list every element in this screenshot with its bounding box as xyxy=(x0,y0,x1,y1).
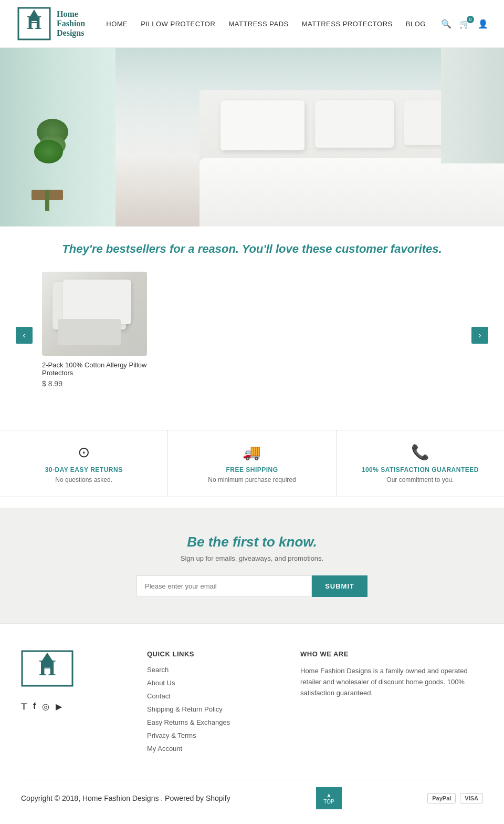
footer-logo-col: H 𝕋 f ◎ ▶ xyxy=(21,650,116,758)
hero-window-right xyxy=(441,48,504,163)
footer: H 𝕋 f ◎ ▶ QUICK LINKS Search About Us Co… xyxy=(0,623,504,820)
satisfaction-icon: 📞 xyxy=(347,444,494,461)
powered-by-text: . Powered by Shopify xyxy=(161,794,230,802)
paypal-badge: PayPal xyxy=(427,793,456,804)
header-icons: 🔍 🛒 0 👤 xyxy=(441,19,488,29)
feature-shipping-desc: No minimum purchase required xyxy=(178,476,325,483)
nav-mattress-protectors[interactable]: MATTRESS PROTECTORS xyxy=(302,20,393,28)
footer-link-about[interactable]: About Us xyxy=(147,679,269,687)
product-card: 2-Pack 100% Cotton Allergy Pillow Protec… xyxy=(42,272,147,388)
returns-icon: ⊙ xyxy=(10,444,157,461)
nav-home[interactable]: HOME xyxy=(106,20,128,28)
copyright-text: Copyright © 2018, Home Fashion Designs xyxy=(21,794,159,802)
tagline-text: They're bestsellers for a reason. You'll… xyxy=(21,242,483,256)
product-image xyxy=(42,272,147,356)
facebook-icon[interactable]: f xyxy=(33,702,36,712)
footer-logo-icon: H xyxy=(21,650,74,687)
visa-badge: VISA xyxy=(460,793,483,804)
hero-pillow-1 xyxy=(220,100,304,150)
feature-returns-desc: No questions asked. xyxy=(10,476,157,483)
logo-text: HomeFashionDesigns xyxy=(57,9,85,38)
nav-mattress-pads[interactable]: MATTRESS PADS xyxy=(228,20,288,28)
newsletter-title: Be the first to know. xyxy=(16,534,488,550)
footer-about-col: WHO WE ARE Home Fashion Designs is a fam… xyxy=(300,650,483,758)
footer-about-text: Home Fashion Designs is a family owned a… xyxy=(300,666,483,698)
footer-quick-links-title: QUICK LINKS xyxy=(147,650,269,658)
feature-satisfaction: 📞 100% Satisfaction Guaranteed Our commi… xyxy=(337,430,504,497)
social-icons: 𝕋 f ◎ ▶ xyxy=(21,702,116,712)
hero-pillow-2 xyxy=(315,100,394,148)
search-icon[interactable]: 🔍 xyxy=(441,19,452,29)
feature-shipping-title: FREE SHIPPING xyxy=(178,466,325,473)
product-name: 2-Pack 100% Cotton Allergy Pillow Protec… xyxy=(42,361,147,377)
footer-link-privacy[interactable]: Privacy & Terms xyxy=(147,732,269,739)
nav-pillow-protector[interactable]: PILLOW PROTECTOR xyxy=(141,20,215,28)
nav-blog[interactable]: BLOG xyxy=(406,20,426,28)
feature-returns-title: 30-DAY EASY RETURNS xyxy=(10,466,157,473)
footer-who-we-are-title: WHO WE ARE xyxy=(300,650,483,658)
cart-badge: 0 xyxy=(467,16,474,23)
back-to-top-button[interactable]: ▲TOP xyxy=(316,787,341,809)
instagram-icon[interactable]: ◎ xyxy=(42,702,49,712)
footer-link-account[interactable]: My Account xyxy=(147,745,269,753)
hero-banner xyxy=(0,48,504,226)
footer-copyright: Copyright © 2018, Home Fashion Designs .… xyxy=(21,794,230,802)
footer-bottom: Copyright © 2018, Home Fashion Designs .… xyxy=(21,779,483,809)
carousel-prev-button[interactable]: ‹ xyxy=(16,327,33,344)
feature-shipping: 🚚 FREE SHIPPING No minimum purchase requ… xyxy=(168,430,336,497)
products-section: ‹ 2-Pack 100% Cotton Allergy Pillow Prot… xyxy=(0,261,504,409)
feature-satisfaction-title: 100% Satisfaction Guaranteed xyxy=(347,466,494,473)
footer-link-shipping[interactable]: Shipping & Return Policy xyxy=(147,705,269,713)
newsletter-section: Be the first to know. Sign up for emails… xyxy=(0,508,504,623)
footer-grid: H 𝕋 f ◎ ▶ QUICK LINKS Search About Us Co… xyxy=(21,650,483,758)
youtube-icon[interactable]: ▶ xyxy=(56,702,62,712)
main-nav: HOME PILLOW PROTECTOR MATTRESS PADS MATT… xyxy=(106,20,441,28)
footer-link-contact[interactable]: Contact xyxy=(147,692,269,700)
newsletter-form: SUBMIT xyxy=(136,575,368,597)
feature-returns: ⊙ 30-DAY EASY RETURNS No questions asked… xyxy=(0,430,168,497)
footer-link-returns[interactable]: Easy Returns & Exchanges xyxy=(147,718,269,726)
newsletter-subtitle: Sign up for emails, giveaways, and promo… xyxy=(16,554,488,562)
feature-satisfaction-desc: Our commitment to you. xyxy=(347,476,494,483)
cart-icon[interactable]: 🛒 0 xyxy=(459,19,470,29)
svg-rect-7 xyxy=(44,661,51,667)
logo-icon: H xyxy=(16,5,52,42)
hero-duvet xyxy=(200,158,504,226)
email-input[interactable] xyxy=(136,575,312,597)
footer-quick-links: QUICK LINKS Search About Us Contact Ship… xyxy=(147,650,269,758)
shipping-icon: 🚚 xyxy=(178,444,325,461)
hero-plant xyxy=(32,184,63,216)
twitter-icon[interactable]: 𝕋 xyxy=(21,702,27,712)
product-price: $ 8.99 xyxy=(42,379,147,388)
features-section: ⊙ 30-DAY EASY RETURNS No questions asked… xyxy=(0,430,504,497)
svg-rect-3 xyxy=(32,16,37,21)
footer-payment: PayPal VISA xyxy=(427,793,483,804)
submit-button[interactable]: SUBMIT xyxy=(312,575,368,597)
account-icon[interactable]: 👤 xyxy=(478,19,488,29)
header: H HomeFashionDesigns HOME PILLOW PROTECT… xyxy=(0,0,504,48)
tagline-section: They're bestsellers for a reason. You'll… xyxy=(0,226,504,261)
carousel-next-button[interactable]: › xyxy=(471,327,488,344)
logo[interactable]: H HomeFashionDesigns xyxy=(16,5,85,42)
hero-image xyxy=(0,48,504,226)
footer-link-search[interactable]: Search xyxy=(147,666,269,674)
